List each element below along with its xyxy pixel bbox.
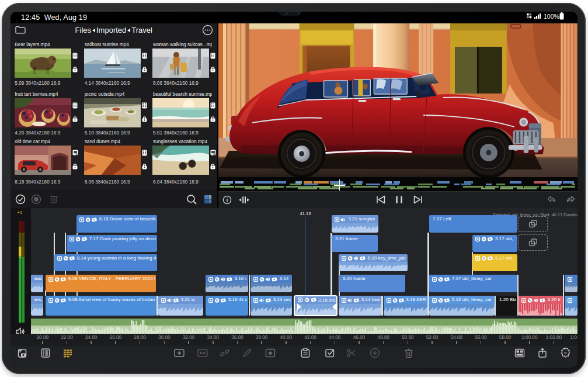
svg-text:?: ? (563, 350, 566, 356)
svg-text:100%: 100% (544, 13, 559, 20)
